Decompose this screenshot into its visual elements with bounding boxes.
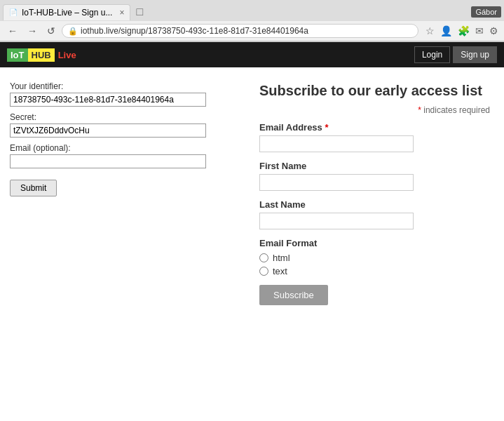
logo-iot: IoT xyxy=(7,48,28,62)
browser-tab[interactable]: 📄 IoT-HUB-Live – Sign u... × xyxy=(3,4,130,20)
first-name-label: First Name xyxy=(259,161,490,171)
login-button[interactable]: Login xyxy=(414,46,450,63)
text-option[interactable]: text xyxy=(259,266,490,276)
html-radio[interactable] xyxy=(259,253,268,262)
email-optional-group: Email (optional): xyxy=(10,143,236,168)
tab-icon: 📄 xyxy=(9,8,18,16)
secret-group: Secret: xyxy=(10,112,236,138)
user-badge: Gábor xyxy=(471,6,501,18)
profile-icon[interactable]: 👤 xyxy=(439,24,454,38)
more-icon[interactable]: ⚙ xyxy=(488,24,500,38)
html-label: html xyxy=(273,253,290,263)
required-note: * indicates required xyxy=(259,105,490,115)
browser-chrome: 📄 IoT-HUB-Live – Sign u... × □ Gábor ← →… xyxy=(0,0,504,42)
nav-icons: ☆ 👤 🧩 ✉ ⚙ xyxy=(424,24,500,38)
lock-icon: 🔒 xyxy=(68,27,78,36)
new-tab-button[interactable]: □ xyxy=(130,3,149,21)
email-optional-input[interactable] xyxy=(10,154,206,168)
email-address-input[interactable] xyxy=(259,135,414,152)
text-radio[interactable] xyxy=(259,267,268,276)
secret-input[interactable] xyxy=(10,123,206,138)
first-name-group: First Name xyxy=(259,161,490,191)
email-address-group: Email Address * xyxy=(259,122,490,152)
secret-label: Secret: xyxy=(10,112,236,122)
email-format-label: Email Format xyxy=(259,238,490,248)
menu-icon[interactable]: ✉ xyxy=(474,24,485,38)
address-text: iothub.live/signup/18738750-493c-11e8-81… xyxy=(81,26,412,36)
left-section: Your identifier: Secret: Email (optional… xyxy=(0,74,245,312)
identifier-label: Your identifier: xyxy=(10,81,236,91)
email-required-star: * xyxy=(325,122,328,133)
app-header: IoT HUB Live Login Sign up xyxy=(0,42,504,67)
submit-button[interactable]: Submit xyxy=(10,180,57,196)
required-text: indicates required xyxy=(423,105,490,115)
identifier-group: Your identifier: xyxy=(10,81,236,107)
text-label: text xyxy=(273,266,287,276)
last-name-label: Last Name xyxy=(259,199,490,210)
address-bar[interactable]: 🔒 iothub.live/signup/18738750-493c-11e8-… xyxy=(62,24,418,38)
first-name-input[interactable] xyxy=(259,174,414,191)
required-star: * xyxy=(418,105,421,115)
star-icon[interactable]: ☆ xyxy=(424,24,436,38)
radio-group: html text xyxy=(259,253,490,276)
last-name-group: Last Name xyxy=(259,199,490,229)
subscribe-title: Subscribe to our early access list xyxy=(259,81,490,100)
forward-button[interactable]: → xyxy=(24,24,41,38)
subscribe-section: Subscribe to our early access list * ind… xyxy=(245,74,504,312)
navigation-bar: ← → ↺ 🔒 iothub.live/signup/18738750-493c… xyxy=(0,21,504,41)
logo: IoT HUB Live xyxy=(7,48,80,62)
tab-close-icon[interactable]: × xyxy=(119,8,124,18)
email-optional-label: Email (optional): xyxy=(10,143,236,153)
html-option[interactable]: html xyxy=(259,253,490,263)
extensions-icon[interactable]: 🧩 xyxy=(456,24,471,38)
signup-button[interactable]: Sign up xyxy=(453,46,497,63)
reload-button[interactable]: ↺ xyxy=(43,24,59,38)
tab-bar: 📄 IoT-HUB-Live – Sign u... × □ Gábor xyxy=(0,0,504,21)
email-address-label: Email Address * xyxy=(259,122,490,133)
subscribe-button[interactable]: Subscribe xyxy=(259,285,328,305)
tab-title: IoT-HUB-Live – Sign u... xyxy=(22,8,112,18)
identifier-input[interactable] xyxy=(10,93,206,107)
main-content: Your identifier: Secret: Email (optional… xyxy=(0,67,504,319)
email-format-group: Email Format html text xyxy=(259,238,490,276)
back-button[interactable]: ← xyxy=(4,24,21,38)
logo-hub: HUB xyxy=(28,48,55,62)
last-name-input[interactable] xyxy=(259,213,414,229)
logo-live: Live xyxy=(55,48,80,62)
